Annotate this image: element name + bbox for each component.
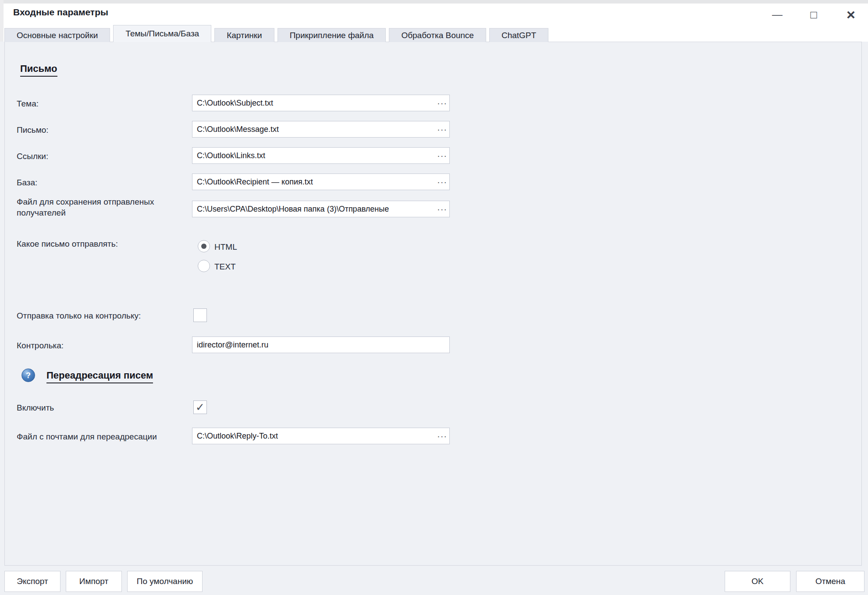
control-only-checkbox[interactable] — [193, 308, 207, 322]
subject-input[interactable] — [192, 95, 450, 111]
letter-section-heading: Письмо — [20, 63, 57, 77]
radio-text[interactable] — [198, 260, 210, 272]
check-icon: ✓ — [196, 401, 205, 413]
tab-chatgpt[interactable]: ChatGPT — [489, 28, 548, 42]
input-parameters-dialog: { "window": { "title": "Входные параметр… — [0, 0, 868, 595]
window-border-left — [0, 0, 4, 42]
tab-file-attachment[interactable]: Прикрипление файла — [277, 28, 386, 42]
minimize-icon: — — [772, 8, 783, 21]
ok-button[interactable]: OK — [725, 571, 790, 592]
subject-label: Тема: — [17, 99, 39, 109]
links-input[interactable] — [192, 147, 450, 164]
enable-forwarding-label: Включить — [17, 403, 54, 413]
control-only-label: Отправка только на контрольку: — [17, 311, 141, 321]
close-button[interactable]: × — [841, 4, 861, 25]
tab-bounce-processing[interactable]: Обработка Bounce — [389, 28, 486, 42]
tab-main-settings[interactable]: Основные настройки — [4, 28, 110, 42]
reply-to-file-label: Файл с почтами для переадресации — [17, 432, 157, 442]
radio-html[interactable] — [198, 240, 210, 252]
maximize-button[interactable]: □ — [804, 4, 824, 25]
message-label: Письмо: — [17, 125, 49, 135]
reply-to-browse-button[interactable]: ··· — [434, 428, 449, 444]
tab-themes-letters-base[interactable]: Темы/Письма/База — [113, 25, 211, 42]
maximize-icon: □ — [810, 8, 817, 21]
sent-recipients-browse-button[interactable]: ··· — [434, 201, 449, 217]
radio-text-label[interactable]: TEXT — [214, 262, 236, 272]
subject-browse-button[interactable]: ··· — [434, 95, 449, 111]
base-browse-button[interactable]: ··· — [434, 174, 449, 190]
import-button[interactable]: Импорт — [66, 571, 122, 592]
close-icon: × — [847, 6, 855, 23]
message-browse-button[interactable]: ··· — [434, 121, 449, 137]
control-email-label: Контролька: — [17, 341, 64, 351]
base-input[interactable] — [192, 174, 450, 190]
help-icon[interactable]: ? — [21, 368, 35, 382]
base-label: База: — [17, 178, 37, 188]
send-type-label: Какое письмо отправлять: — [17, 239, 118, 249]
cancel-button[interactable]: Отмена — [796, 571, 864, 592]
window-title: Входные параметры — [13, 7, 108, 18]
content-panel: Письмо Тема: ··· Письмо: ··· Ссылки: ···… — [4, 42, 862, 566]
export-button[interactable]: Экспорт — [4, 571, 60, 592]
links-browse-button[interactable]: ··· — [434, 148, 449, 163]
sent-recipients-file-input[interactable] — [192, 201, 450, 217]
minimize-button[interactable]: — — [767, 4, 787, 25]
defaults-button[interactable]: По умолчанию — [127, 571, 203, 592]
links-label: Ссылки: — [17, 152, 48, 161]
forwarding-section-heading: Переадресация писем — [46, 370, 153, 383]
enable-forwarding-checkbox[interactable]: ✓ — [193, 400, 207, 414]
message-input[interactable] — [192, 121, 450, 138]
control-email-input[interactable] — [192, 336, 450, 353]
tab-bar: Основные настройки Темы/Письма/База Карт… — [4, 25, 551, 42]
reply-to-file-input[interactable] — [192, 428, 450, 444]
window-border-top — [0, 0, 868, 4]
sent-recipients-file-label: Файл для сохранения отправленых получате… — [17, 196, 190, 218]
tab-pictures[interactable]: Картинки — [214, 28, 274, 42]
radio-html-label[interactable]: HTML — [214, 242, 237, 252]
